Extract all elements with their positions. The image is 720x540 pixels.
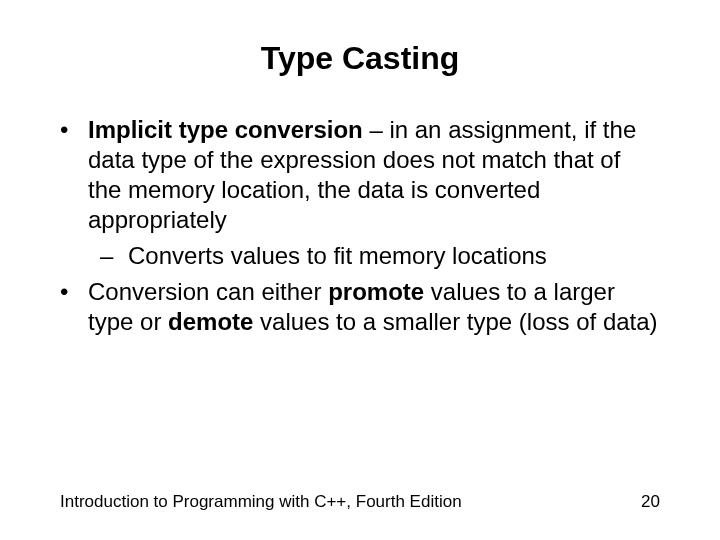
- term-implicit: Implicit type conversion: [88, 116, 363, 143]
- slide-body: • Implicit type conversion – in an assig…: [60, 115, 660, 337]
- page-number: 20: [641, 492, 660, 512]
- term-demote: demote: [168, 308, 253, 335]
- bullet-mark: •: [60, 277, 88, 337]
- term-promote: promote: [328, 278, 424, 305]
- bullet-item-1: • Implicit type conversion – in an assig…: [60, 115, 660, 235]
- slide: Type Casting • Implicit type conversion …: [0, 0, 720, 540]
- bullet-item-2: • Conversion can either promote values t…: [60, 277, 660, 337]
- bullet-text: Implicit type conversion – in an assignm…: [88, 115, 660, 235]
- bullet-text: Conversion can either promote values to …: [88, 277, 660, 337]
- bullet-2-post: values to a smaller type (loss of data): [253, 308, 657, 335]
- slide-title: Type Casting: [60, 40, 660, 77]
- bullet-2-pre: Conversion can either: [88, 278, 328, 305]
- bullet-mark: –: [100, 241, 128, 271]
- footer-left: Introduction to Programming with C++, Fo…: [60, 492, 462, 512]
- sub-bullet-item-1: – Converts values to fit memory location…: [100, 241, 660, 271]
- slide-footer: Introduction to Programming with C++, Fo…: [60, 492, 660, 512]
- bullet-mark: •: [60, 115, 88, 235]
- sub-bullet-text: Converts values to fit memory locations: [128, 241, 660, 271]
